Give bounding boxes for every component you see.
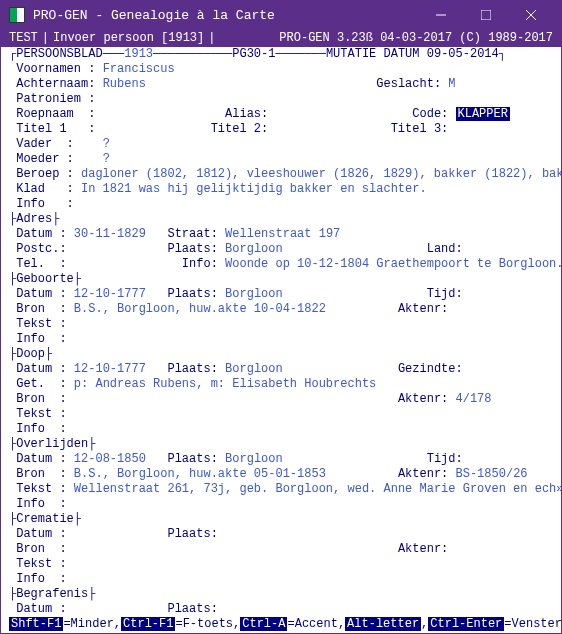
crematie-aktenr-label: Aktenr: xyxy=(398,542,448,556)
doop-get-label: Get. : xyxy=(16,377,66,391)
doop-bron-label: Bron : xyxy=(16,392,66,406)
geboorte-datum-row: Datum : 12-10-1777 Plaats: Borgloon Tijd… xyxy=(9,287,553,302)
crematie-section: ├Crematie├ xyxy=(9,512,553,527)
vader-label: Vader : xyxy=(16,137,74,151)
crematie-info-row: Info : xyxy=(9,572,553,587)
geboorte-section: ├Geboorte├ xyxy=(9,272,553,287)
geboorte-datum-label: Datum : xyxy=(16,287,66,301)
crematie-bron-row: Bron : Aktenr: xyxy=(9,542,553,557)
menu-test[interactable]: TEST xyxy=(9,31,38,45)
titlebar[interactable]: PRO-GEN - Genealogie à la Carte xyxy=(1,1,561,29)
key-desc5: =Venster xyxy=(504,617,562,631)
overlijden-tekst-value[interactable]: Wellenstraat 261, 73j, geb. Borgloon, we… xyxy=(74,482,561,496)
moeder-value[interactable]: ? xyxy=(103,152,110,166)
separator: | xyxy=(42,31,49,45)
begrafenis-datum-label: Datum : xyxy=(16,602,66,615)
adres-datum-row: Datum : 30-11-1829 Straat: Wellenstraat … xyxy=(9,227,553,242)
begrafenis-datum-row: Datum : Plaats: xyxy=(9,602,553,615)
beroep-value[interactable]: dagloner (1802, 1812), vleeshouwer (1826… xyxy=(81,167,561,181)
doop-plaats-value[interactable]: Borgloon xyxy=(225,362,283,376)
overlijden-bron-value[interactable]: B.S., Borgloon, huw.akte 05-01-1853 xyxy=(74,467,326,481)
crematie-info-label: Info : xyxy=(16,572,66,586)
maximize-button[interactable] xyxy=(463,1,508,29)
overlijden-tijd-label: Tijd: xyxy=(427,452,463,466)
vader-value[interactable]: ? xyxy=(103,137,110,151)
doop-info-row: Info : xyxy=(9,422,553,437)
crematie-bron-label: Bron : xyxy=(16,542,66,556)
crematie-header: Crematie xyxy=(16,512,74,526)
achternaam-row: Achternaam: Rubens Geslacht: M xyxy=(9,77,553,92)
geboorte-tekst-label: Tekst : xyxy=(16,317,66,331)
patroniem-row: Patroniem : xyxy=(9,92,553,107)
roepnaam-label: Roepnaam : xyxy=(16,107,95,121)
header-row: ┌PERSOONSBLAD───1913───────────PG30-1───… xyxy=(9,47,553,62)
key-ctrl-a: Ctrl-A xyxy=(240,617,287,631)
code-label: Code: xyxy=(412,107,448,121)
doop-header: Doop xyxy=(16,347,45,361)
key-shft-f1: Shft-F1 xyxy=(9,617,63,631)
adres-datum-value[interactable]: 30-11-1829 xyxy=(74,227,146,241)
overlijden-datum-row: Datum : 12-08-1850 Plaats: Borgloon Tijd… xyxy=(9,452,553,467)
key-alt-letter: Alt-letter xyxy=(345,617,421,631)
code-value[interactable]: KLAPPER xyxy=(456,107,510,121)
doop-bron-row: Bron : Aktenr: 4/178 xyxy=(9,392,553,407)
close-button[interactable] xyxy=(508,1,553,29)
persoonsblad-label: PERSOONSBLAD xyxy=(16,47,102,61)
overlijden-tekst-row: Tekst : Wellenstraat 261, 73j, geb. Borg… xyxy=(9,482,553,497)
geboorte-header: Geboorte xyxy=(16,272,74,286)
menu-invoer[interactable]: Invoer persoon [1913] xyxy=(53,31,204,45)
doop-datum-row: Datum : 12-10-1777 Plaats: Borgloon Gezi… xyxy=(9,362,553,377)
overlijden-tekst-label: Tekst : xyxy=(16,482,66,496)
adres-straat-value[interactable]: Wellenstraat 197 xyxy=(225,227,340,241)
achternaam-label: Achternaam: xyxy=(16,77,95,91)
begrafenis-header: Begrafenis xyxy=(16,587,88,601)
geboorte-plaats-value[interactable]: Borgloon xyxy=(225,287,283,301)
achternaam-value[interactable]: Rubens xyxy=(103,77,146,91)
record-id: 1913 xyxy=(124,47,153,61)
overlijden-plaats-value[interactable]: Borgloon xyxy=(225,452,283,466)
klad-value[interactable]: In 1821 was hij gelijktijdig bakker en s… xyxy=(81,182,427,196)
doop-tekst-row: Tekst : xyxy=(9,407,553,422)
doop-aktenr-value[interactable]: 4/178 xyxy=(456,392,492,406)
doop-plaats-label: Plaats: xyxy=(167,362,217,376)
doop-section: ├Doop├ xyxy=(9,347,553,362)
adres-info-value[interactable]: Woonde op 10-12-1804 Graethempoort te Bo… xyxy=(225,257,561,271)
titel1-label: Titel 1 : xyxy=(16,122,95,136)
info-label: Info : xyxy=(16,197,74,211)
adres-postc-row: Postc.: Plaats: Borgloon Land: xyxy=(9,242,553,257)
doop-get-value[interactable]: p: Andreas Rubens, m: Elisabeth Houbrech… xyxy=(74,377,376,391)
key-ctrl-f1: Ctrl-F1 xyxy=(121,617,175,631)
overlijden-datum-value[interactable]: 12-08-1850 xyxy=(74,452,146,466)
window-controls xyxy=(418,1,553,29)
geboorte-datum-value[interactable]: 12-10-1777 xyxy=(74,287,146,301)
overlijden-bron-label: Bron : xyxy=(16,467,66,481)
geslacht-value[interactable]: M xyxy=(448,77,455,91)
geboorte-plaats-label: Plaats: xyxy=(167,287,217,301)
minimize-button[interactable] xyxy=(418,1,463,29)
separator: | xyxy=(208,31,215,45)
beroep-row: Beroep : dagloner (1802, 1812), vleeshou… xyxy=(9,167,553,182)
doop-datum-value[interactable]: 12-10-1777 xyxy=(74,362,146,376)
crematie-tekst-row: Tekst : xyxy=(9,557,553,572)
adres-plaats-value[interactable]: Borgloon xyxy=(225,242,283,256)
doop-gezindte-label: Gezindte: xyxy=(398,362,463,376)
geboorte-info-label: Info : xyxy=(16,332,66,346)
crematie-datum-row: Datum : Plaats: xyxy=(9,527,553,542)
geboorte-bron-value[interactable]: B.S., Borgloon, huw.akte 10-04-1822 xyxy=(74,302,326,316)
overlijden-info-label: Info : xyxy=(16,497,66,511)
doop-datum-label: Datum : xyxy=(16,362,66,376)
voornamen-label: Voornamen : xyxy=(16,62,95,76)
geboorte-tijd-label: Tijd: xyxy=(427,287,463,301)
begrafenis-plaats-label: Plaats: xyxy=(167,602,217,615)
voornamen-value[interactable]: Franciscus xyxy=(103,62,175,76)
overlijden-datum-label: Datum : xyxy=(16,452,66,466)
app-window: PRO-GEN - Genealogie à la Carte TEST | I… xyxy=(0,0,562,634)
crematie-tekst-label: Tekst : xyxy=(16,557,66,571)
menubar[interactable]: TEST | Invoer persoon [1913] | PRO-GEN 3… xyxy=(1,29,561,47)
content-area: ┌PERSOONSBLAD───1913───────────PG30-1───… xyxy=(1,47,561,615)
info-row: Info : xyxy=(9,197,553,212)
overlijden-aktenr-value[interactable]: BS-1850/26 xyxy=(456,467,528,481)
titel-row: Titel 1 : Titel 2: Titel 3: xyxy=(9,122,553,137)
svg-rect-1 xyxy=(481,10,491,20)
crematie-plaats-label: Plaats: xyxy=(167,527,217,541)
